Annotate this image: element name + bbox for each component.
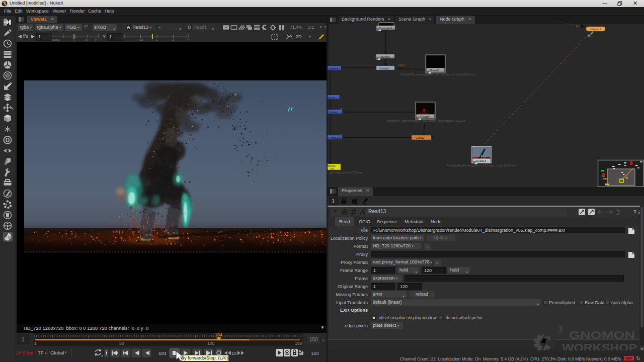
svg-text:mask: mask — [398, 63, 406, 66]
svg-text:Ramp1: Ramp1 — [380, 55, 390, 58]
svg-text:150: 150 — [311, 350, 319, 356]
svg-text:Glow2: Glow2 — [416, 136, 425, 139]
svg-text:e_v05.slap_comp.0122.exr: e_v05.slap_comp.0122.exr — [328, 171, 362, 174]
svg-text:50: 50 — [119, 341, 124, 346]
svg-text:Module04_disintergration_v05.s: Module04_disintergration_v05.slap_comp.0… — [447, 164, 516, 167]
svg-text:Write1: Write1 — [328, 164, 336, 167]
svg-text:1: 1 — [74, 38, 75, 41]
svg-text:150: 150 — [309, 337, 318, 342]
svg-text:(over): (over) — [328, 96, 335, 99]
svg-text:4: 4 — [187, 38, 189, 41]
svg-text:1: 1 — [22, 337, 25, 342]
svg-text:10: 10 — [231, 351, 236, 356]
svg-text:»: » — [322, 338, 325, 343]
svg-text:1: 1 — [34, 341, 37, 346]
svg-text:0.015625: 0.015625 — [52, 38, 60, 41]
svg-text:1: 1 — [156, 38, 157, 41]
svg-text:Read8: Read8 — [420, 115, 430, 118]
svg-text:16: 16 — [86, 38, 88, 41]
svg-text:104: 104 — [158, 350, 167, 356]
svg-text:e_v05: e_v05 — [328, 167, 334, 170]
svg-text:GNOMON: GNOMON — [569, 329, 635, 341]
svg-text:150: 150 — [295, 341, 302, 346]
svg-text:THE: THE — [558, 325, 563, 334]
svg-text:D: D — [6, 137, 10, 144]
svg-text:Module04_disintergration_v03.S: Module04_disintergration_v03.Spark_illum… — [387, 119, 465, 122]
svg-text:2: 2 — [173, 38, 174, 41]
svg-text:64: 64 — [95, 38, 98, 41]
svg-text:2 (plus): 2 (plus) — [328, 110, 338, 114]
svg-text:Viewer1: Viewer1 — [590, 27, 602, 31]
svg-text:1 (over): 1 (over) — [328, 66, 338, 70]
svg-text:0.1: 0.1 — [140, 38, 143, 41]
svg-text:Grade1: Grade1 — [379, 66, 390, 70]
svg-text:Read2: Read2 — [430, 68, 440, 72]
svg-text:?: ? — [633, 210, 636, 215]
svg-text:Module04_disintergration_v01.r: Module04_disintergration_v01.render_shad… — [400, 73, 475, 76]
svg-text:104: 104 — [215, 333, 222, 337]
svg-text:4 (screen): 4 (screen) — [328, 136, 341, 139]
svg-text:2: 2 — [588, 35, 590, 38]
svg-text:100: 100 — [207, 341, 214, 346]
